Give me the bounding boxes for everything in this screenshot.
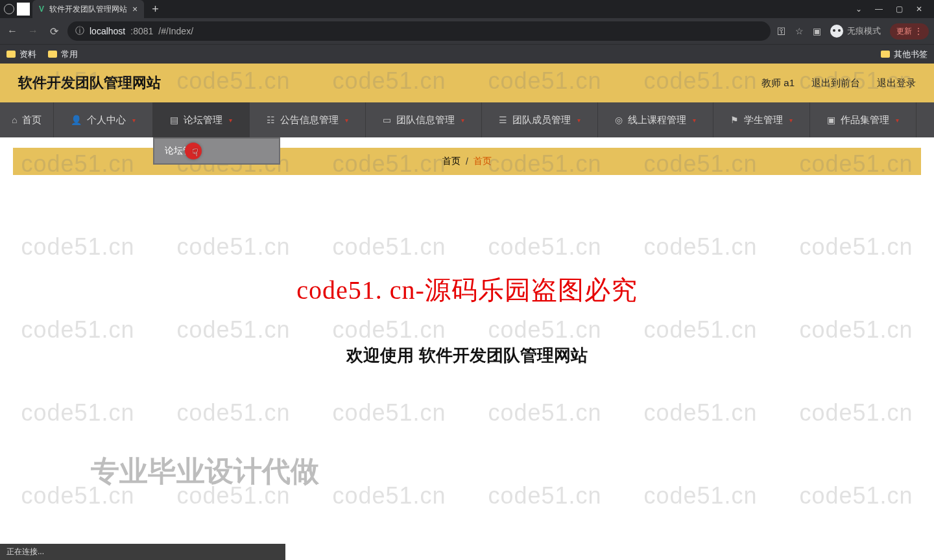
caret-icon: ▾ (345, 117, 348, 124)
url-path: /#/Index/ (158, 26, 193, 36)
breadcrumb: 首页 / 首页 (13, 148, 921, 175)
browser-tab[interactable]: V 软件开发团队管理网站 × (32, 0, 144, 18)
main-navbar: ⌂ 首页 👤 个人中心 ▾ ▤ 论坛管理 ▾ 论坛管理 ☷ 公告信息管理 ▾ ▭… (0, 102, 934, 137)
app-icon (17, 3, 30, 16)
team-icon: ▭ (383, 115, 391, 125)
nav-student[interactable]: ⚑ 学生管理 ▾ (713, 102, 810, 137)
new-tab-button[interactable]: + (147, 3, 164, 16)
caret-icon: ▾ (132, 117, 136, 124)
nav-forum[interactable]: ▤ 论坛管理 ▾ 论坛管理 (153, 102, 250, 137)
nav-profile[interactable]: 👤 个人中心 ▾ (54, 102, 153, 137)
browser-toolbar: ← → ⟳ ⓘ localhost:8081/#/Index/ ⚿ ☆ ▣ 无痕… (0, 18, 934, 44)
incognito-icon (830, 25, 843, 38)
app-title: 软件开发团队管理网站 (18, 73, 161, 93)
app-banner: 软件开发团队管理网站 教师 a1 退出到前台 退出登录 (0, 64, 934, 102)
reload-button[interactable]: ⟳ (47, 25, 61, 38)
forum-icon: ▤ (170, 115, 178, 125)
url-host: localhost (90, 26, 125, 36)
folder-icon (48, 51, 57, 58)
bookmark-folder[interactable]: 常用 (48, 49, 78, 60)
bookmark-folder[interactable]: 资料 (6, 49, 36, 60)
course-icon: ◎ (615, 115, 623, 125)
logout-link[interactable]: 退出登录 (877, 77, 916, 89)
maximize-icon[interactable]: ▢ (896, 5, 903, 14)
globe-icon (4, 4, 14, 14)
extensions-icon[interactable]: ▣ (813, 26, 821, 36)
caret-icon: ▾ (693, 117, 696, 124)
members-icon: ☰ (499, 115, 507, 125)
nav-team-info[interactable]: ▭ 团队信息管理 ▾ (366, 102, 482, 137)
crumb-current: 首页 (473, 156, 492, 167)
chevron-down-icon[interactable]: ⌄ (856, 5, 862, 14)
incognito-label: 无痕模式 (847, 25, 881, 37)
doc-icon: ☷ (267, 115, 275, 125)
footer-promo-text: 专业毕业设计代做 (91, 452, 319, 491)
dropdown-item-forum[interactable]: 论坛管理 (154, 139, 279, 163)
user-label[interactable]: 教师 a1 (761, 77, 795, 89)
nav-announcement[interactable]: ☷ 公告信息管理 ▾ (250, 102, 366, 137)
tab-strip: V 软件开发团队管理网站 × + ⌄ — ▢ ✕ (0, 0, 934, 18)
other-bookmarks[interactable]: 其他书签 (881, 49, 928, 60)
incognito-indicator: 无痕模式 (830, 25, 881, 38)
vue-favicon-icon: V (39, 5, 44, 14)
caret-icon: ▾ (229, 117, 232, 124)
close-window-icon[interactable]: ✕ (916, 5, 922, 14)
person-icon: 👤 (71, 115, 82, 125)
flag-icon: ⚑ (730, 115, 739, 125)
bookmark-star-icon[interactable]: ☆ (795, 26, 804, 36)
caret-icon: ▾ (461, 117, 464, 124)
folder-icon (881, 51, 890, 58)
welcome-text: 欢迎使用 软件开发团队管理网站 (0, 344, 934, 367)
nav-home[interactable]: ⌂ 首页 (0, 102, 54, 137)
nav-portfolio[interactable]: ▣ 作品集管理 ▾ (810, 102, 916, 137)
key-icon[interactable]: ⚿ (777, 26, 786, 36)
watermark-warning-text: code51. cn-源码乐园盗图必究 (0, 272, 934, 308)
browser-status-bar: 正在连接... (0, 544, 285, 560)
bookmarks-bar: 资料 常用 其他书签 (0, 44, 934, 64)
folder-icon (6, 51, 16, 58)
caret-icon: ▾ (789, 117, 793, 124)
exit-to-front-link[interactable]: 退出到前台 (811, 77, 860, 89)
caret-icon: ▾ (896, 117, 899, 124)
forward-button[interactable]: → (26, 25, 40, 37)
update-button[interactable]: 更新 ⋮ (890, 23, 929, 40)
nav-team-members[interactable]: ☰ 团队成员管理 ▾ (482, 102, 598, 137)
crumb-sep: / (466, 156, 468, 167)
close-tab-icon[interactable]: × (132, 4, 138, 14)
tab-title: 软件开发团队管理网站 (49, 4, 127, 15)
url-port: :8081 (130, 26, 153, 36)
minimize-icon[interactable]: — (875, 5, 883, 14)
works-icon: ▣ (827, 115, 835, 125)
more-menu-icon[interactable]: ⋮ (915, 27, 922, 36)
crumb-root[interactable]: 首页 (442, 156, 461, 167)
caret-icon: ▾ (577, 117, 581, 124)
nav-online-course[interactable]: ◎ 线上课程管理 ▾ (598, 102, 713, 137)
address-bar[interactable]: ⓘ localhost:8081/#/Index/ (67, 21, 771, 41)
site-info-icon[interactable]: ⓘ (75, 25, 84, 37)
home-icon: ⌂ (12, 115, 17, 125)
hand-cursor-icon: ☟ (192, 146, 198, 159)
back-button[interactable]: ← (5, 25, 19, 37)
forum-dropdown: 论坛管理 (153, 137, 280, 165)
